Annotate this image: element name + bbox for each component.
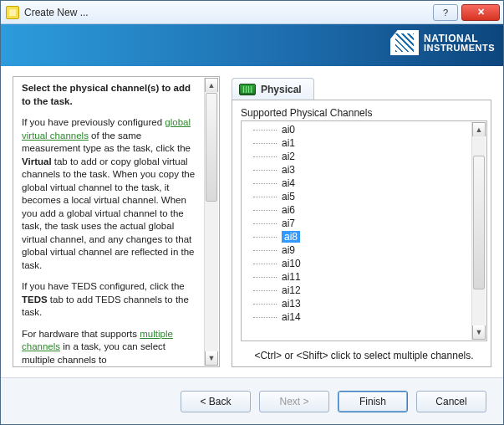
channel-name: ai5 [282, 191, 295, 202]
ni-mark-icon [390, 30, 419, 55]
scroll-down-icon[interactable]: ▼ [472, 325, 486, 340]
help-panel: Select the physical channel(s) to add to… [13, 76, 220, 367]
channel-name: ai3 [282, 164, 295, 176]
list-scrollbar[interactable]: ▲ ▼ [471, 122, 486, 340]
titlebar[interactable]: Create New ... ? ✕ [1, 1, 503, 24]
channel-row[interactable]: ai4 [243, 177, 471, 190]
channel-name: ai13 [282, 298, 301, 310]
channel-row[interactable]: ai1 [243, 136, 471, 150]
channel-row[interactable]: ai7 [243, 217, 471, 230]
brand-line2: INSTRUMENTS [424, 44, 495, 53]
teds-bold: TEDS [22, 294, 48, 305]
channel-name: ai12 [282, 284, 301, 296]
channel-row[interactable]: ai12 [243, 284, 471, 297]
channel-name: ai8 [282, 231, 300, 243]
channel-name: ai1 [282, 137, 295, 149]
list-label: Supported Physical Channels [241, 107, 487, 119]
scroll-thumb[interactable] [473, 156, 485, 289]
brand-banner: NATIONAL INSTRUMENTS [1, 24, 503, 66]
virtual-bold: Virtual [22, 156, 52, 166]
help-paragraph-1: If you have previously configured global… [22, 116, 201, 272]
channel-row[interactable]: ai10 [243, 257, 471, 270]
channel-name: ai2 [282, 151, 295, 162]
scroll-down-icon[interactable]: ▼ [205, 351, 218, 366]
list-area: Supported Physical Channels ai0ai1ai2ai3… [232, 100, 491, 367]
help-button[interactable]: ? [433, 4, 458, 21]
channel-name: ai9 [282, 244, 295, 256]
channel-row[interactable]: ai2 [243, 150, 471, 163]
channel-name: ai10 [282, 258, 301, 269]
scroll-thumb[interactable] [206, 93, 217, 202]
channel-panel: Physical Supported Physical Channels ai0… [232, 76, 491, 367]
ni-logo: NATIONAL INSTRUMENTS [390, 30, 495, 55]
channel-row[interactable]: ai6 [243, 203, 471, 217]
channel-row[interactable]: ai5 [243, 190, 471, 203]
channel-name: ai4 [282, 177, 295, 189]
daq-device-icon [239, 84, 256, 95]
dialog-window: Create New ... ? ✕ NATIONAL INSTRUMENTS … [0, 0, 504, 425]
app-icon [6, 6, 19, 19]
help-scrollbar[interactable]: ▲ ▼ [204, 78, 218, 366]
selection-hint: <Ctrl> or <Shift> click to select multip… [241, 350, 487, 361]
next-button: Next > [259, 391, 329, 412]
window-title: Create New ... [24, 7, 430, 18]
channel-row[interactable]: ai0 [243, 123, 471, 136]
channel-listbox[interactable]: ai0ai1ai2ai3ai4ai5ai6ai7ai8ai9ai10ai11ai… [241, 120, 487, 341]
channel-name: ai14 [282, 311, 301, 323]
tab-label: Physical [261, 84, 302, 95]
channel-row[interactable]: ai13 [243, 297, 471, 310]
help-paragraph-2: If you have TEDS configured, click the T… [22, 280, 201, 320]
channel-name: ai6 [282, 204, 295, 216]
tab-strip: Physical [232, 76, 491, 100]
channel-row[interactable]: ai9 [243, 243, 471, 257]
help-heading: Select the physical channel(s) to add to… [22, 82, 201, 108]
tab-physical[interactable]: Physical [232, 78, 314, 100]
close-button[interactable]: ✕ [461, 4, 500, 21]
channel-row[interactable]: ai3 [243, 163, 471, 177]
dialog-body: Select the physical channel(s) to add to… [1, 66, 503, 377]
back-button[interactable]: < Back [181, 391, 251, 412]
channel-row[interactable]: ai11 [243, 270, 471, 284]
channel-name: ai0 [282, 124, 295, 136]
channel-name: ai11 [282, 271, 301, 283]
scroll-up-icon[interactable]: ▲ [472, 122, 486, 136]
scroll-up-icon[interactable]: ▲ [205, 78, 218, 92]
window-buttons: ? ✕ [430, 4, 500, 21]
finish-button[interactable]: Finish [338, 391, 408, 412]
button-strip: < Back Next > Finish Cancel [1, 377, 503, 424]
channel-row[interactable]: ai14 [243, 310, 471, 324]
channel-row[interactable]: ai8 [243, 230, 471, 243]
brand-line1: NATIONAL [424, 33, 495, 44]
cancel-button[interactable]: Cancel [416, 391, 486, 412]
help-paragraph-3: For hardware that supports multiple chan… [22, 328, 201, 367]
channel-name: ai7 [282, 218, 295, 229]
